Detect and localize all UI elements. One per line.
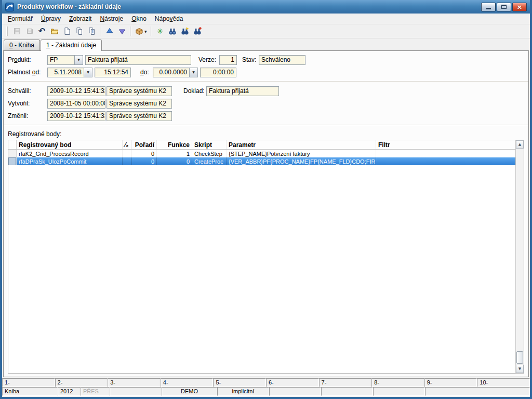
minimize-icon (486, 8, 491, 9)
doklad-field[interactable]: Faktura přijatá (206, 86, 279, 96)
toolbar-separator (151, 26, 152, 36)
scroll-up-button[interactable]: ▲ (516, 140, 524, 149)
tab-kniha[interactable]: 0 - Kniha (4, 39, 40, 50)
previous-record-button[interactable] (103, 25, 115, 37)
paste-icon (88, 27, 96, 35)
status-cell: DEMO (162, 387, 217, 396)
send-button[interactable]: ▼ (134, 25, 149, 37)
zmenil-datetime-field[interactable]: 2009-10-12 15:41:33 (47, 111, 105, 121)
dropdown-caret-icon: ▼ (144, 30, 147, 33)
do-time-field[interactable]: 0:00:00 (200, 68, 236, 77)
status-cell: 6- (266, 378, 319, 387)
produkt-code-field[interactable]: FP (47, 55, 74, 65)
status-cell: PŘES (81, 387, 110, 396)
status-cell: 2- (55, 378, 108, 387)
separator (4, 125, 528, 126)
verze-label: Verze: (198, 56, 219, 63)
verze-field[interactable]: 1 (219, 55, 237, 65)
column-header[interactable]: Funkce (157, 140, 192, 149)
tab-zakladni-udaje[interactable]: 1 - Základní údaje (41, 39, 102, 51)
do-date-field[interactable]: 0.00.0000 (153, 68, 189, 77)
copy-button[interactable] (73, 25, 85, 37)
stav-field[interactable]: Schváleno (259, 55, 305, 65)
menu-item-upravy[interactable]: Úpravy (37, 14, 64, 24)
produkt-row: Produkt: FP ▼ Faktura přijatá Verze: 1 S… (8, 54, 524, 66)
status-cell: 5- (213, 378, 266, 387)
table-scrollbar[interactable]: ▲ ▼ (515, 140, 524, 373)
produkt-combo[interactable]: FP ▼ (47, 55, 83, 65)
vytvoril-row: Vytvořil: 2008-11-05 00:00:00 Správce sy… (8, 97, 524, 110)
status-cell (425, 387, 530, 396)
find-next-button[interactable] (179, 25, 191, 37)
paste-button[interactable] (86, 25, 98, 37)
status-cell: implicitní (217, 387, 269, 396)
menu-item-formular[interactable]: Formulář (4, 14, 36, 24)
menu-item-napoveda[interactable]: Nápověda (151, 14, 187, 24)
status-cell: 9- (424, 378, 477, 387)
schvalil-user-field[interactable]: Správce systému K2 (107, 86, 172, 96)
do-date-combo[interactable]: 0.00.0000 ▼ (153, 68, 198, 77)
minimize-button[interactable] (481, 3, 496, 11)
vytvoril-datetime-field[interactable]: 2008-11-05 00:00:00 (47, 99, 105, 109)
copy-icon (75, 27, 84, 35)
arrow-down-icon: ▼ (518, 367, 521, 371)
menu-item-zobrazit[interactable]: Zobrazit (65, 14, 95, 24)
zmenil-user-field[interactable]: Správce systému K2 (107, 111, 172, 121)
save-record-button[interactable] (23, 25, 35, 37)
menu-item-nastroje[interactable]: Nástroje (96, 14, 127, 24)
find-button[interactable] (167, 25, 179, 37)
table-cell (376, 150, 515, 157)
column-header[interactable]: ⁄₂ (123, 140, 132, 149)
schvalil-datetime-field[interactable]: 2009-10-12 15:41:33 (47, 86, 105, 96)
produkt-name-field[interactable]: Faktura přijatá (85, 55, 191, 65)
column-header[interactable]: Skript (192, 140, 227, 149)
table-row[interactable]: rfaDPraSk_UlozPoCommit00CreateProc{VER_A… (8, 157, 515, 165)
next-record-button[interactable] (116, 25, 128, 37)
table-cell: CheckStep (192, 150, 227, 157)
status-cell (321, 387, 373, 396)
find-add-button[interactable] (192, 25, 204, 37)
platnost-od-time-field[interactable]: 15:12:54 (95, 68, 131, 77)
undo-icon: ↶ (38, 27, 45, 35)
column-header[interactable]: Parametr (227, 140, 376, 149)
platnost-od-date-combo[interactable]: 5.11.2008 ▼ (47, 68, 92, 77)
registered-points-table: Registrovaný bod⁄₂PořadíFunkceSkriptPara… (8, 140, 524, 374)
table-cell: 0 (132, 150, 157, 157)
new-button[interactable] (61, 25, 73, 37)
scroll-track[interactable] (516, 149, 524, 365)
scroll-thumb[interactable] (516, 351, 523, 364)
maximize-button[interactable] (497, 3, 511, 11)
menu-item-okno[interactable]: Okno (128, 14, 150, 24)
open-button[interactable] (48, 25, 60, 37)
save-button[interactable] (11, 25, 23, 37)
status-cell: 10- (477, 378, 530, 387)
table-row[interactable]: rfaK2_Grid_ProcessRecord01CheckStep{STEP… (8, 150, 515, 157)
do-combo-button[interactable]: ▼ (189, 68, 198, 77)
produkt-combo-button[interactable]: ▼ (74, 55, 83, 65)
status-cell: 4- (161, 378, 214, 387)
refresh-button[interactable]: ✳ (154, 25, 166, 37)
toolbar-separator (100, 26, 101, 36)
statusbar: 1-2-3-4-5-6-7-8-9-10- Kniha2012PŘESDEMOi… (2, 378, 530, 397)
separator (4, 81, 528, 82)
status-cell: 2012 (58, 387, 81, 396)
platnost-od-date-field[interactable]: 5.11.2008 (47, 68, 84, 77)
column-header[interactable]: Registrovaný bod (17, 140, 123, 149)
zmenil-label: Změnil: (8, 112, 47, 119)
previous-record-icon (105, 27, 114, 35)
close-button[interactable]: × (512, 3, 527, 11)
toolbar: ↶▼✳ (2, 24, 530, 38)
grid-header: Registrovaný bod⁄₂PořadíFunkceSkriptPara… (8, 140, 515, 150)
column-header[interactable]: Pořadí (132, 140, 157, 149)
table-cell (123, 157, 132, 165)
save-record-icon (25, 27, 34, 35)
table-cell: {VER_ABBR}PF{PROC_NAME}FP{NAME_FLD}CDO;F… (227, 157, 376, 165)
undo-button[interactable]: ↶ (36, 25, 48, 37)
column-header[interactable]: Filtr (376, 140, 515, 149)
status-cell (373, 387, 425, 396)
platnost-od-combo-button[interactable]: ▼ (84, 68, 92, 77)
produkt-label: Produkt: (8, 56, 47, 63)
scroll-down-button[interactable]: ▼ (516, 365, 524, 373)
table-cell: 1 (157, 150, 192, 157)
vytvoril-user-field[interactable]: Správce systému K2 (107, 99, 172, 109)
